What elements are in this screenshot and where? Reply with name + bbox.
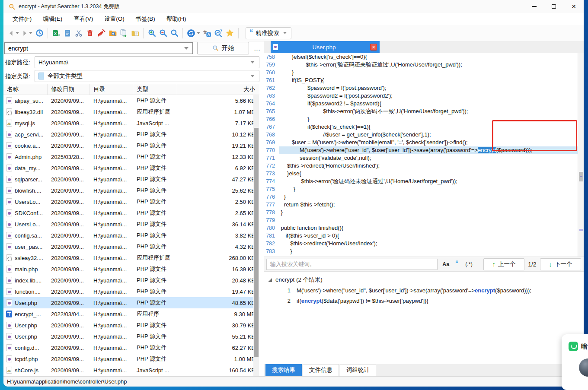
tab-file-info[interactable]: 文件信息 xyxy=(303,364,339,376)
avatar[interactable] xyxy=(579,358,588,377)
menu-item-bookmarks[interactable]: 书签(B) xyxy=(130,14,161,24)
zoom-out-button[interactable] xyxy=(157,27,169,40)
refresh-dropdown-icon[interactable] xyxy=(197,32,200,34)
table-row[interactable]: User.php2020/09/09...H:\yuanma\...PHP 源文… xyxy=(3,320,259,331)
maximize-button[interactable] xyxy=(544,0,564,13)
results-group-header[interactable]: encrypt (2 个结果) xyxy=(264,272,584,285)
match-case-button[interactable]: Aa xyxy=(440,260,451,268)
file-size-cell: 10.12 KB xyxy=(177,131,259,138)
table-row[interactable]: libeay32.dll2020/09/09...H:\yuanma\...应用… xyxy=(3,106,259,117)
table-row[interactable]: config.d...2020/09/09...H:\yuanma\...PHP… xyxy=(3,342,259,353)
table-row[interactable]: SDKConf...2020/09/09...H:\yuanma\...PHP … xyxy=(3,207,259,219)
table-row[interactable]: User.php2020/09/09...H:\yuanma\...PHP 源文… xyxy=(3,297,259,308)
table-row[interactable]: main.php2020/09/09...H:\yuanma\...PHP 源文… xyxy=(3,263,259,275)
viewer-tab[interactable]: User.php ✕ xyxy=(271,41,380,53)
back-button[interactable] xyxy=(7,27,20,40)
table-row[interactable]: mysql.js2020/09/09...H:\yuanma\...JavaSc… xyxy=(3,117,259,129)
precise-search-dropdown[interactable]: ,, 精准搜索 xyxy=(246,27,291,39)
menu-item-file[interactable]: 文件(F) xyxy=(7,14,37,24)
path-combo[interactable]: H:\yuanma\ xyxy=(35,56,259,68)
back-dropdown-icon[interactable] xyxy=(16,32,19,34)
column-header-size[interactable]: 大小 xyxy=(177,84,259,95)
tab-search-results[interactable]: 搜索结果 xyxy=(265,364,302,376)
column-header-type[interactable]: 类型 xyxy=(133,84,177,95)
previous-match-button[interactable]: ↑ 上一个 xyxy=(483,258,524,270)
table-row[interactable]: tcpdf.php2020/09/09...H:\yuanma\...PHP 源… xyxy=(3,353,259,365)
copy-result-button[interactable] xyxy=(118,27,129,40)
code-text: $this->error('两次密码不一致',U('Home/User/forg… xyxy=(279,108,578,115)
history-button[interactable] xyxy=(34,27,45,40)
table-row[interactable]: function....2020/09/09...H:\yuanma\...PH… xyxy=(3,286,259,297)
menu-item-help[interactable]: 帮助(H) xyxy=(161,14,192,24)
result-text: if(encrypt($data['paypwd']) != $this->us… xyxy=(297,296,428,306)
table-row[interactable]: ssleay32....2020/09/09...H:\yuanma\...应用… xyxy=(3,252,259,263)
column-header-name[interactable]: 名称 xyxy=(3,84,48,95)
file-list-scrollbar[interactable] xyxy=(253,95,259,376)
table-row[interactable]: index.lib....2020/09/09...H:\yuanma\...P… xyxy=(3,275,259,286)
code-viewer[interactable]: 758 }elseif($check['is_check']==0){759 $… xyxy=(264,53,578,257)
search-input[interactable] xyxy=(5,45,184,52)
file-size-cell: 19.21 KB xyxy=(177,143,259,149)
find-keyword-input[interactable] xyxy=(266,259,438,270)
column-header-dir[interactable]: 目录 xyxy=(90,84,133,95)
close-button[interactable]: ✕ xyxy=(564,0,584,13)
search-analyze-button[interactable] xyxy=(213,27,224,40)
regex-button[interactable]: (.*) xyxy=(463,260,475,268)
export-excel-button[interactable]: Xa xyxy=(51,27,62,40)
table-row[interactable]: UsersLo...2020/09/09...H:\yuanma\...PHP … xyxy=(3,219,259,230)
expand-triangle-icon[interactable] xyxy=(268,278,272,282)
table-row[interactable]: alipay_su...2020/09/09...H:\yuanma\...PH… xyxy=(3,95,259,106)
table-row[interactable]: Admin.php2025/03/28...H:\yuanma\...PHP 源… xyxy=(3,151,259,162)
minimize-button[interactable] xyxy=(524,0,544,13)
path-combo-caret-icon[interactable] xyxy=(250,61,255,63)
clean-button[interactable] xyxy=(96,27,107,40)
menu-item-settings[interactable]: 设置(O) xyxy=(99,14,130,24)
forward-dropdown-icon[interactable] xyxy=(29,32,32,34)
overlay-popup[interactable]: 暗 xyxy=(562,334,588,390)
code-scrollbar[interactable] xyxy=(578,53,584,257)
search-combo-caret-icon[interactable] xyxy=(184,47,189,50)
export-folder-button[interactable] xyxy=(129,27,141,40)
folder-search-button[interactable] xyxy=(107,27,118,40)
php-file-icon xyxy=(6,232,12,239)
code-scrollbar-thumb[interactable] xyxy=(579,172,583,181)
table-row[interactable]: blowfish....2020/09/09...H:\yuanma\...PH… xyxy=(3,185,259,196)
delete-button[interactable] xyxy=(84,27,96,40)
table-row[interactable]: cookie.a...2020/09/09...H:\yuanma\...PHP… xyxy=(3,140,259,151)
type-combo-caret-icon[interactable] xyxy=(250,75,255,77)
table-row[interactable]: data_my...2020/09/09...H:\yuanma\...PHP … xyxy=(3,162,259,174)
zoom-reset-button[interactable] xyxy=(169,27,180,40)
more-options-button[interactable]: ... xyxy=(252,43,262,54)
start-search-button[interactable]: 开始 xyxy=(197,42,249,54)
zoom-in-button[interactable] xyxy=(146,27,157,40)
column-header-date[interactable]: 修改日期 xyxy=(48,84,90,95)
file-size-cell: 9.30 MB xyxy=(177,311,259,317)
cut-button[interactable] xyxy=(73,27,84,40)
favorites-button[interactable] xyxy=(224,27,236,40)
next-match-button[interactable]: ↓ 下一个 xyxy=(540,258,581,270)
menu-item-edit[interactable]: 编辑(E) xyxy=(37,14,68,24)
table-row[interactable]: config.sa...2020/09/09...H:\yuanma\...PH… xyxy=(3,230,259,241)
result-item[interactable]: 2if(encrypt($data['paypwd']) != $this->u… xyxy=(264,296,584,306)
table-row[interactable]: encrypt_...2022/03/04...H:\yuanma\...应用程… xyxy=(3,308,259,320)
viewer-tab-close-icon[interactable]: ✕ xyxy=(370,44,377,51)
table-row[interactable]: user_pas...2020/09/09...H:\yuanma\...PHP… xyxy=(3,241,259,252)
document-button[interactable] xyxy=(62,27,73,40)
match-counter: 1/2 xyxy=(527,261,537,268)
table-row[interactable]: sqlparser...2020/09/09...H:\yuanma\...PH… xyxy=(3,174,259,185)
type-combo[interactable]: 全部文件类型 xyxy=(35,70,259,82)
search-query-combo[interactable] xyxy=(4,42,193,54)
tab-word-stats[interactable]: 词组统计 xyxy=(340,364,376,376)
result-item[interactable]: 1M('users')->where("user_id", $user['use… xyxy=(264,285,584,296)
file-name: function.... xyxy=(15,289,41,295)
table-row[interactable]: User.php2020/09/09...H:\yuanma\...PHP 源文… xyxy=(3,331,259,342)
menu-item-view[interactable]: 查看(V) xyxy=(68,14,99,24)
table-row[interactable]: shCore.js2020/09/09...H:\yuanma\...JavaS… xyxy=(3,365,259,376)
translate-button[interactable]: 文A xyxy=(201,27,213,40)
file-list-scrollbar-thumb[interactable] xyxy=(254,128,259,357)
forward-button[interactable] xyxy=(20,27,34,40)
whole-word-button[interactable]: ,, xyxy=(454,260,460,268)
table-row[interactable]: acp_servi...2020/09/09...H:\yuanma\...PH… xyxy=(3,129,259,140)
refresh-button[interactable] xyxy=(185,27,201,40)
table-row[interactable]: UsersLo...2020/09/09...H:\yuanma\...PHP … xyxy=(3,196,259,207)
